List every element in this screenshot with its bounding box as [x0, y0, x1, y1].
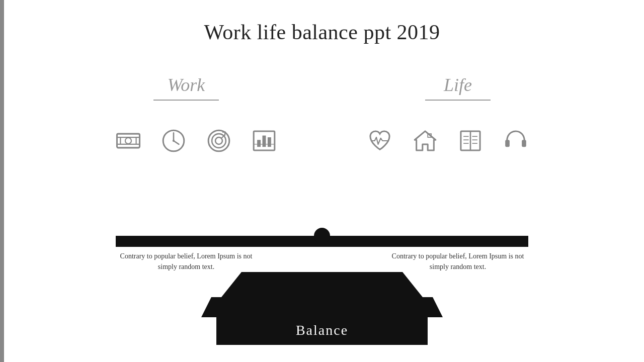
svg-rect-32 [522, 140, 526, 147]
heart-pulse-icon [365, 126, 395, 156]
page-title: Work life balance ppt 2019 [0, 0, 644, 44]
svg-marker-33 [221, 272, 423, 297]
book-icon [455, 126, 486, 156]
fulcrum-circle [314, 228, 330, 244]
life-icons-group [365, 126, 531, 156]
life-section-label: Life [425, 74, 491, 101]
life-label: Life [444, 74, 472, 96]
life-underline [425, 100, 491, 101]
svg-point-3 [125, 138, 131, 144]
work-icons-group [113, 126, 279, 156]
svg-rect-18 [263, 136, 266, 147]
pedestal: Balance [201, 272, 443, 347]
clock-icon [158, 126, 189, 156]
svg-rect-17 [257, 140, 261, 147]
svg-point-12 [215, 137, 222, 144]
icons-row [0, 101, 644, 156]
target-icon [204, 126, 234, 156]
chart-icon [249, 126, 279, 156]
work-section-label: Work [153, 74, 219, 101]
work-label: Work [168, 74, 205, 96]
headphones-icon [501, 126, 531, 156]
section-labels: Work Life [0, 44, 644, 101]
left-balance-text: Contrary to popular belief, Lorem Ipsum … [116, 251, 257, 272]
work-underline [153, 100, 219, 101]
svg-marker-21 [415, 131, 436, 150]
svg-marker-34 [201, 297, 443, 317]
balance-section: Contrary to popular belief, Lorem Ipsum … [0, 236, 644, 347]
money-icon [113, 126, 143, 156]
fulcrum-container [116, 236, 528, 247]
right-balance-text: Contrary to popular belief, Lorem Ipsum … [387, 251, 528, 272]
svg-point-9 [173, 140, 175, 142]
home-icon [410, 126, 440, 156]
balance-texts: Contrary to popular belief, Lorem Ipsum … [116, 251, 528, 272]
svg-rect-19 [268, 137, 271, 147]
svg-rect-31 [505, 140, 510, 147]
svg-text:Balance: Balance [296, 322, 348, 338]
